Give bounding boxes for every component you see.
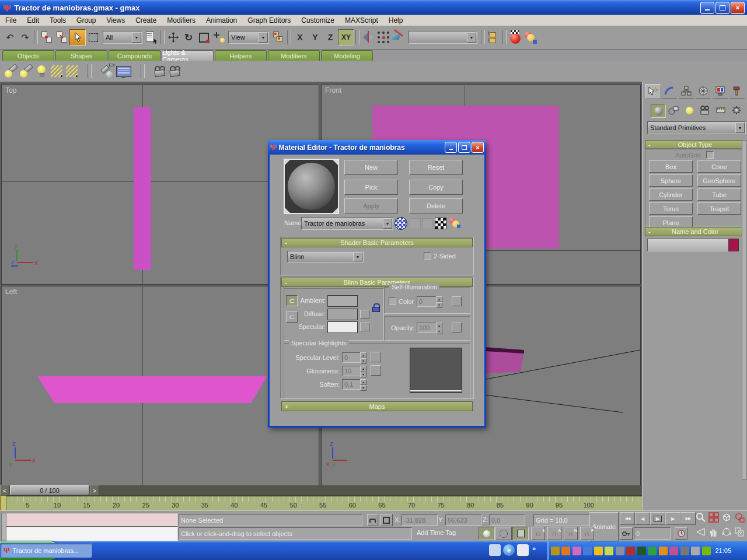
zoom-button[interactable]: [696, 512, 708, 524]
category-helpers[interactable]: [714, 104, 728, 117]
tray-icon[interactable]: [594, 547, 603, 555]
self-illum-value-field[interactable]: 0: [417, 296, 438, 307]
category-tab[interactable]: Modifiers: [268, 50, 320, 61]
array-icon[interactable]: [376, 30, 391, 45]
scale-icon[interactable]: [196, 30, 211, 45]
category-tab[interactable]: Modeling: [321, 50, 373, 61]
light-lister-icon[interactable]: [115, 64, 132, 79]
primitive-button[interactable]: Teapot: [697, 202, 741, 215]
tray-icon[interactable]: [616, 547, 624, 555]
tray-icon[interactable]: [680, 547, 689, 555]
macro-recorder-pane[interactable]: [6, 513, 178, 527]
use-pivot-center-icon[interactable]: [271, 30, 286, 45]
free-spotlight-icon[interactable]: [19, 64, 34, 79]
play-button[interactable]: ▶: [650, 512, 665, 525]
move-icon[interactable]: [166, 30, 181, 45]
lock-icon[interactable]: [371, 302, 381, 312]
restrict-z-button[interactable]: Z: [323, 30, 338, 45]
x-coordinate-field[interactable]: -31,828: [402, 514, 438, 526]
diffuse-map-button[interactable]: [360, 310, 369, 318]
category-tab[interactable]: Helpers: [215, 50, 267, 61]
panel-scrollbar[interactable]: [742, 140, 747, 480]
dialog-minimize-button[interactable]: [445, 142, 457, 153]
link-icon[interactable]: [39, 30, 54, 45]
ambient-diffuse-lock-button[interactable]: ⊂: [286, 295, 298, 306]
blinn-rollout-header[interactable]: - Blinn Basic Parameters: [281, 278, 473, 287]
material-name-dropdown[interactable]: Tractor de maniobras: [301, 217, 393, 230]
tab-utilities[interactable]: [729, 84, 745, 99]
box-mode-toggle[interactable]: [512, 527, 529, 540]
category-tab[interactable]: Compounds: [109, 50, 160, 61]
internet-explorer-icon[interactable]: e: [503, 544, 515, 556]
tab-create[interactable]: [645, 84, 661, 99]
tray-icon[interactable]: [573, 547, 581, 555]
delete-button[interactable]: Delete: [409, 198, 463, 214]
menu-item[interactable]: Customize: [296, 16, 340, 24]
show-map-in-viewport-icon[interactable]: [395, 217, 407, 230]
min-max-toggle-button[interactable]: [734, 527, 746, 538]
time-slider[interactable]: 0 / 100: [10, 485, 89, 495]
dialog-maximize-button[interactable]: [458, 142, 470, 153]
previous-frame-button[interactable]: ◀: [635, 512, 650, 525]
shader-type-dropdown[interactable]: Blinn: [287, 251, 364, 262]
restore-button[interactable]: [715, 2, 729, 14]
selection-filter-dropdown[interactable]: All: [103, 31, 142, 44]
tray-icon[interactable]: [702, 547, 711, 555]
render-icon[interactable]: [523, 30, 538, 45]
dotted-sphere-toggle[interactable]: [495, 527, 512, 540]
minimize-button[interactable]: [700, 2, 714, 14]
menu-item[interactable]: Views: [101, 16, 130, 24]
menu-item[interactable]: File: [0, 16, 22, 24]
tab-display[interactable]: [713, 84, 728, 99]
target-direct-light-icon[interactable]: [49, 64, 64, 79]
diffuse-color-swatch[interactable]: [327, 309, 358, 320]
free-direct-light-icon[interactable]: [64, 64, 79, 79]
glossiness-map-button[interactable]: [371, 365, 381, 376]
material-editor-dialog[interactable]: Ψ Material Editor - Tractor de maniobras…: [268, 140, 486, 428]
primitive-button[interactable]: Box: [649, 160, 693, 173]
glossiness-spinner[interactable]: ▴▾: [360, 366, 366, 375]
material-editor-icon[interactable]: [508, 30, 523, 45]
material-editor-titlebar[interactable]: Ψ Material Editor - Tractor de maniobras…: [268, 140, 486, 155]
track-view-icon[interactable]: [486, 30, 501, 45]
menu-item[interactable]: Help: [383, 16, 409, 24]
tab-modify[interactable]: [662, 84, 677, 99]
opacity-value-field[interactable]: 100: [417, 323, 438, 333]
specular-color-swatch[interactable]: [327, 321, 358, 333]
tray-icon[interactable]: [605, 547, 613, 555]
overflow-chevron-icon[interactable]: »: [532, 545, 536, 552]
new-button[interactable]: New: [344, 160, 398, 175]
manipulate-icon[interactable]: [211, 30, 226, 45]
zoom-extents-all-button[interactable]: [734, 512, 746, 524]
category-systems[interactable]: [729, 104, 743, 117]
snap-toggle-button[interactable]: ∩3: [531, 527, 545, 540]
go-to-start-button[interactable]: ◀◀: [620, 512, 635, 525]
tray-icon[interactable]: [551, 547, 560, 555]
specular-map-button[interactable]: [360, 323, 369, 331]
self-illum-color-checkbox[interactable]: [389, 298, 396, 305]
self-illum-spinner[interactable]: ▴▾: [436, 296, 442, 306]
track-bar-handle[interactable]: [0, 495, 6, 512]
copy-button[interactable]: Copy: [409, 180, 463, 195]
primitives-category-dropdown[interactable]: Standard Primitives: [647, 121, 746, 134]
ambient-color-swatch[interactable]: [327, 295, 358, 307]
specular-level-map-button[interactable]: [371, 352, 381, 362]
menu-item[interactable]: Group: [71, 16, 101, 24]
diffuse-specular-lock-button[interactable]: ⊂: [286, 312, 298, 323]
redo-icon[interactable]: ↷: [18, 30, 33, 45]
track-bar[interactable]: 5101520253035404550556065707580859095100: [0, 495, 642, 512]
free-camera-icon[interactable]: [168, 64, 183, 79]
tray-icon[interactable]: [648, 547, 657, 555]
target-spotlight-icon[interactable]: [4, 64, 19, 79]
primitive-button[interactable]: Tube: [697, 188, 741, 201]
menu-item[interactable]: Create: [130, 16, 162, 24]
restrict-x-button[interactable]: X: [292, 30, 308, 45]
primitive-button[interactable]: Cone: [697, 160, 741, 173]
reference-coordinate-dropdown[interactable]: View: [228, 31, 269, 44]
maps-rollout-header[interactable]: + Maps: [281, 401, 473, 411]
opacity-map-button[interactable]: [452, 323, 462, 332]
frame-back-button[interactable]: <: [0, 485, 9, 496]
quick-launch-icon[interactable]: [489, 544, 501, 556]
category-cameras[interactable]: [698, 104, 712, 117]
tray-icon[interactable]: [637, 547, 646, 555]
